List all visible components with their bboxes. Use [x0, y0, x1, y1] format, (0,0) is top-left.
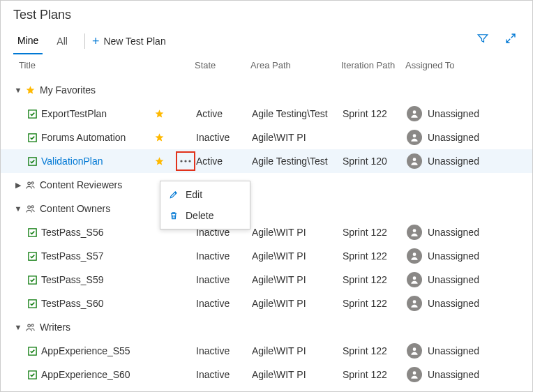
plan-assigned[interactable]: Unassigned	[407, 367, 520, 382]
plan-title[interactable]: Forums Automation	[41, 132, 154, 143]
more-actions-button[interactable]	[176, 365, 195, 384]
test-plan-icon	[27, 346, 41, 356]
table-row[interactable]: Forums AutomationInactiveAgile\WIT PIUna…	[1, 126, 532, 149]
team-icon	[23, 204, 37, 214]
plan-title[interactable]: AppExperience_S60	[41, 369, 154, 380]
plan-state: Inactive	[196, 132, 252, 143]
test-plan-icon	[27, 133, 41, 143]
plan-assigned[interactable]: Unassigned	[407, 106, 520, 121]
group-row[interactable]: ▼Content Owners	[1, 197, 532, 220]
plan-assigned[interactable]: Unassigned	[407, 296, 520, 311]
svg-point-7	[188, 160, 190, 162]
table-row[interactable]: AppExperience_S60InactiveAgile\WIT PISpr…	[1, 363, 532, 386]
plan-area-path: Agile Testing\Test	[252, 108, 343, 119]
favorite-star-icon[interactable]	[154, 133, 175, 143]
plan-iteration: Sprint 122	[343, 227, 407, 238]
context-menu: Edit Delete	[160, 181, 250, 229]
plan-title[interactable]: TestPass_S56	[41, 227, 154, 238]
svg-point-14	[413, 229, 416, 232]
avatar-icon	[407, 225, 422, 240]
test-plan-icon	[27, 227, 41, 238]
team-icon	[23, 322, 37, 333]
plan-state: Inactive	[196, 250, 252, 262]
col-header-area[interactable]: Area Path	[250, 60, 341, 70]
more-actions-button[interactable]	[176, 104, 195, 123]
table-row[interactable]: TestPass_S57InactiveAgile\WIT PISprint 1…	[1, 244, 532, 268]
assigned-to-label: Unassigned	[428, 227, 479, 238]
assigned-to-label: Unassigned	[428, 108, 479, 119]
table-header: Title State Area Path Iteration Path Ass…	[1, 57, 532, 78]
plan-title[interactable]: TestPass_S59	[41, 274, 154, 285]
assigned-to-label: Unassigned	[428, 274, 479, 285]
tab-mine[interactable]: Mine	[13, 35, 43, 54]
table-row[interactable]: ExportTestPlanActiveAgile Testing\TestSp…	[1, 102, 532, 126]
plan-iteration: Sprint 122	[343, 298, 407, 309]
menu-item-edit[interactable]: Edit	[160, 184, 250, 205]
svg-point-11	[27, 206, 30, 209]
plan-assigned[interactable]: Unassigned	[407, 248, 520, 264]
plan-iteration: Sprint 122	[343, 345, 407, 356]
plan-state: Inactive	[196, 298, 252, 309]
plan-iteration: Sprint 122	[343, 274, 407, 285]
plan-assigned[interactable]: Unassigned	[407, 343, 520, 359]
plan-title[interactable]: TestPass_S57	[41, 250, 154, 262]
table-row[interactable]: TestPass_S60InactiveAgile\WIT PISprint 1…	[1, 292, 532, 315]
col-header-iteration[interactable]: Iteration Path	[341, 60, 405, 70]
table-row[interactable]: AppExperience_S55InactiveAgile\WIT PISpr…	[1, 339, 532, 363]
filter-button[interactable]	[476, 32, 489, 45]
group-row[interactable]: ▼Writers	[1, 315, 532, 339]
expand-button[interactable]	[504, 32, 517, 45]
more-actions-button[interactable]	[176, 341, 195, 361]
svg-point-18	[413, 276, 416, 280]
delete-icon	[169, 211, 180, 220]
plan-title[interactable]: ValidationPlan	[41, 156, 154, 167]
toolbar: Mine All + New Test Plan	[1, 32, 532, 57]
more-actions-button[interactable]	[176, 246, 195, 266]
svg-point-8	[413, 158, 416, 161]
star-icon	[23, 85, 37, 96]
svg-point-26	[413, 371, 416, 375]
plan-area-path: Agile\WIT PI	[252, 369, 343, 380]
col-header-state[interactable]: State	[195, 60, 250, 70]
plan-iteration: Sprint 122	[343, 250, 407, 262]
plan-assigned[interactable]: Unassigned	[407, 225, 520, 240]
table-row[interactable]: TestPass_S59InactiveAgile\WIT PISprint 1…	[1, 268, 532, 292]
svg-point-12	[31, 205, 33, 207]
new-test-plan-button[interactable]: + New Test Plan	[92, 35, 166, 54]
favorite-star-icon[interactable]	[154, 109, 175, 119]
filter-icon	[476, 32, 489, 45]
chevron-right-icon: ▶	[13, 181, 23, 190]
new-test-plan-label: New Test Plan	[103, 36, 165, 47]
more-actions-button[interactable]	[176, 294, 195, 313]
assigned-to-label: Unassigned	[428, 132, 479, 143]
test-plan-icon	[27, 109, 41, 119]
svg-point-1	[413, 110, 416, 114]
plan-state: Inactive	[196, 274, 252, 285]
tab-all[interactable]: All	[52, 36, 72, 54]
table-row[interactable]: ValidationPlanActiveAgile Testing\TestSp…	[1, 149, 532, 173]
group-label: Writers	[40, 322, 70, 333]
plan-assigned[interactable]: Unassigned	[407, 130, 520, 145]
plan-state: Active	[196, 108, 252, 119]
more-actions-button[interactable]	[176, 270, 195, 289]
group-row[interactable]: ▼My Favorites	[1, 78, 532, 102]
plan-title[interactable]: TestPass_S60	[41, 298, 154, 309]
more-actions-button[interactable]	[176, 128, 195, 147]
group-row[interactable]: ▶Content Reviewers	[1, 173, 532, 197]
more-actions-button[interactable]	[176, 151, 195, 171]
avatar-icon	[407, 248, 422, 264]
plan-assigned[interactable]: Unassigned	[407, 272, 520, 287]
plan-iteration: Sprint 122	[343, 369, 407, 380]
table-row[interactable]: TestPass_S56InactiveAgile\WIT PISprint 1…	[1, 220, 532, 244]
plan-title[interactable]: ExportTestPlan	[41, 108, 154, 119]
plan-title[interactable]: AppExperience_S55	[41, 345, 154, 356]
svg-point-24	[413, 347, 416, 351]
favorite-star-icon[interactable]	[154, 156, 175, 167]
plan-iteration: Sprint 120	[343, 156, 407, 167]
menu-item-delete[interactable]: Delete	[160, 205, 250, 226]
col-header-title[interactable]: Title	[13, 60, 195, 70]
col-header-assigned[interactable]: Assigned To	[405, 60, 520, 70]
assigned-to-label: Unassigned	[428, 156, 479, 167]
chevron-down-icon: ▼	[13, 204, 23, 213]
plan-assigned[interactable]: Unassigned	[407, 153, 520, 169]
